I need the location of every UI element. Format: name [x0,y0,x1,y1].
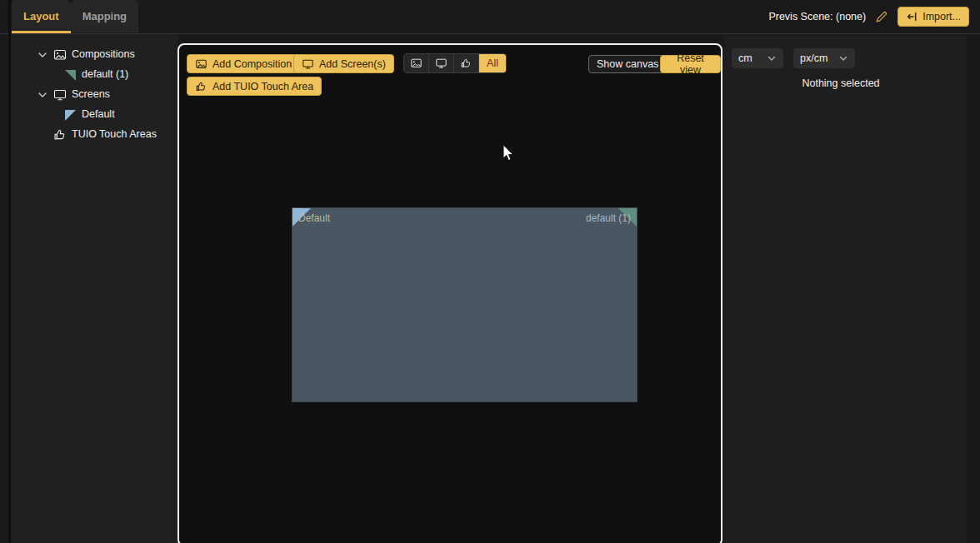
top-bar: Layout Mapping Previs Scene: (none) Impo… [0,0,980,33]
image-icon [195,58,208,70]
import-icon [906,11,918,22]
add-tuio-touch-area-label: Add TUIO Touch Area [212,81,313,92]
tab-mapping-label: Mapping [82,10,127,22]
unit-dropdown[interactable]: cm [732,48,783,68]
tree-item-label: Screens [72,88,110,100]
reset-view-button[interactable]: Reset view [660,55,721,73]
screen-name-label: Default [298,212,330,224]
inspector-panel: cm px/cm Nothing selected [724,34,980,543]
show-canvas-button[interactable]: Show canvas [588,55,667,73]
tree-item-label: default (1) [82,68,128,80]
density-dropdown-value: px/cm [800,52,828,64]
thumbs-up-icon [53,128,67,142]
sidebar-tree: Compositions default (1) Screens Default [11,34,178,543]
filter-segment-group: All [403,53,507,73]
right-edge-strip [967,34,980,543]
composition-box[interactable]: Default default (1) [292,207,638,402]
top-bar-right: Previs Scene: (none) Import... [768,0,969,33]
add-tuio-touch-area-button[interactable]: Add TUIO Touch Area [187,77,322,96]
filter-compositions-button[interactable] [404,54,429,72]
tree-item-screens[interactable]: Screens [11,86,178,104]
chevron-down-icon [767,53,777,63]
edit-pencil-icon[interactable] [874,9,889,24]
add-screens-label: Add Screen(s) [319,58,386,70]
tree-item-compositions[interactable]: Compositions [11,46,178,64]
image-icon [53,48,67,62]
add-screens-button[interactable]: Add Screen(s) [293,54,394,73]
chevron-down-icon[interactable] [37,49,48,61]
tab-layout-label: Layout [23,10,59,22]
tab-bar: Layout Mapping [12,0,138,33]
monitor-icon [435,57,448,69]
monitor-icon [53,88,67,102]
tab-layout[interactable]: Layout [12,0,71,32]
reset-view-label: Reset view [668,52,712,76]
composition-triangle-icon [65,70,78,83]
app-window: Layout Mapping Previs Scene: (none) Impo… [0,0,980,543]
composition-name-label: default (1) [586,212,631,224]
tree-item-tuio-touch-areas[interactable]: TUIO Touch Areas [11,126,178,144]
tree-item-label: TUIO Touch Areas [72,128,157,140]
chevron-down-icon [838,53,848,63]
monitor-icon [302,58,314,70]
mouse-cursor-icon [502,144,516,162]
tab-mapping[interactable]: Mapping [71,0,138,32]
tree-item-label: Default [82,108,115,120]
tree-item-default-composition[interactable]: default (1) [11,66,178,84]
density-dropdown[interactable]: px/cm [793,48,855,68]
unit-dropdown-value: cm [738,52,752,64]
thumbs-up-icon [460,57,472,69]
chevron-down-icon[interactable] [37,89,48,101]
image-icon [410,57,422,69]
import-button-label: Import... [922,11,961,22]
show-canvas-label: Show canvas [597,58,658,70]
thumbs-up-icon [195,81,208,92]
nothing-selected-label: Nothing selected [724,77,958,89]
tree-item-label: Compositions [72,48,135,60]
filter-all-label: All [487,57,498,69]
filter-screens-button[interactable] [429,54,454,72]
tree-item-default-screen[interactable]: Default [11,106,178,124]
previs-scene-label: Previs Scene: (none) [768,11,866,22]
filter-tuio-button[interactable] [454,54,479,72]
add-composition-button[interactable]: Add Composition [187,54,300,73]
screen-triangle-icon [65,110,78,123]
layout-canvas[interactable]: Add Composition Add Screen(s) Add TUIO T… [178,43,722,543]
add-composition-label: Add Composition [212,58,292,70]
import-button[interactable]: Import... [898,7,969,27]
filter-all-button[interactable]: All [479,54,506,72]
